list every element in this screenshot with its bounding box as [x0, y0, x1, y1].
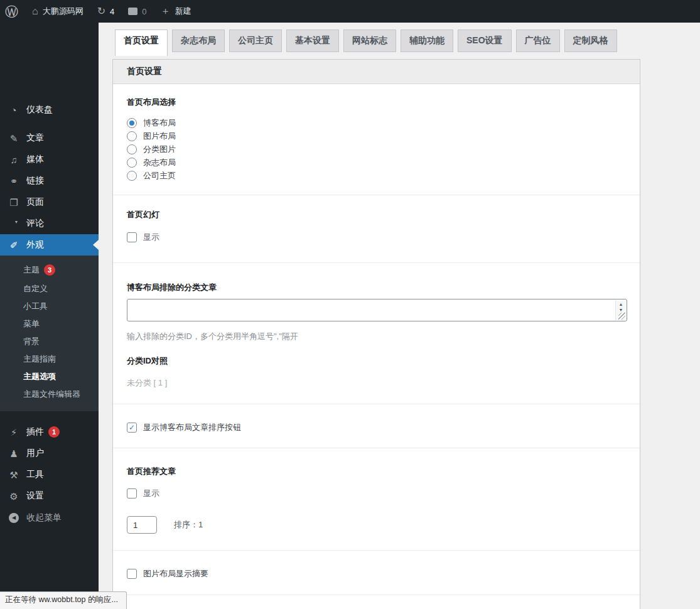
submenu-item-label: 背景 [23, 337, 40, 346]
submenu-item-themes[interactable]: 主题3 [0, 260, 99, 280]
sidebar-item-label: 评论 [26, 218, 44, 229]
checkbox-row-slider-show[interactable]: 显示 [127, 230, 626, 244]
spinner-down-icon[interactable]: ▼ [619, 308, 623, 312]
sidebar-item-plugins[interactable]: ⚡ 插件1 [0, 421, 99, 443]
checkbox-checked[interactable]: ✓ [127, 423, 137, 433]
section-image-summary: 图片布局显示摘要 [113, 551, 640, 595]
tab-auxiliary-functions[interactable]: 辅助功能 [401, 30, 453, 52]
sidebar-item-media[interactable]: ♫ 媒体 [0, 149, 99, 170]
radio[interactable] [127, 171, 137, 181]
pages-icon: ❐ [8, 198, 20, 207]
site-name: 大鹏源码网 [43, 6, 83, 17]
admin-bar: Ⓦ ⌂ 大鹏源码网 ↻ 4 0 ＋ 新建 [0, 0, 700, 23]
sidebar-item-appearance[interactable]: ✐ 外观 [0, 234, 99, 256]
visit-site-link[interactable]: ⌂ 大鹏源码网 [25, 0, 90, 23]
tab-custom-style[interactable]: 定制风格 [564, 30, 617, 52]
themes-update-badge: 3 [44, 264, 55, 276]
sidebar-item-label: 媒体 [26, 154, 44, 165]
sidebar-item-label: 外观 [26, 239, 44, 251]
submenu-item-theme-editor[interactable]: 主题文件编辑器 [0, 385, 99, 403]
admin-sidebar: ◔ 仪表盘 ✎ 文章 ♫ 媒体 ⚭ 链接 ❐ 页面 评论 ✐ 外观 主题3 自定… [0, 23, 99, 609]
collapse-arrow-icon: ◀ [8, 513, 20, 523]
status-text: 正在等待 ww.wobbt.top 的响应... [5, 595, 118, 604]
checkbox[interactable] [127, 569, 137, 579]
sidebar-item-pages[interactable]: ❐ 页面 [0, 191, 99, 213]
chain-link-icon: ⚭ [8, 176, 20, 186]
category-id-map-label: 分类ID对照 [127, 355, 626, 367]
radio-label: 图片布局 [143, 131, 176, 142]
tab-site-logo[interactable]: 网站标志 [343, 30, 396, 52]
radio-label: 博客布局 [143, 117, 176, 129]
section-excluded-categories: 博客布局排除的分类文章 ▲ ▼ 输入排除的分类ID，多个分类用半角逗号","隔开… [113, 263, 640, 404]
appearance-submenu: 主题3 自定义 小工具 菜单 背景 主题指南 主题选项 主题文件编辑器 [0, 256, 99, 411]
sidebar-item-dashboard[interactable]: ◔ 仪表盘 [0, 99, 99, 121]
dashboard-gauge-icon: ◔ [8, 105, 20, 115]
submenu-item-theme-options[interactable]: 主题选项 [0, 368, 99, 385]
section-label: 首页布局选择 [127, 97, 626, 108]
sidebar-item-links[interactable]: ⚭ 链接 [0, 170, 99, 191]
sidebar-item-label: 工具 [26, 469, 44, 480]
tab-basic-settings[interactable]: 基本设置 [286, 30, 339, 52]
submenu-item-label: 主题指南 [23, 354, 56, 364]
sidebar-item-label: 设置 [26, 490, 44, 502]
sidebar-item-settings[interactable]: ⚙ 设置 [0, 485, 99, 507]
wordpress-logo-icon: Ⓦ [5, 5, 18, 18]
home-settings-panel: 首页设置 首页布局选择 博客布局 图片布局 分类图片 杂志布局 公司主页 [112, 59, 640, 609]
sidebar-item-label: 链接 [26, 175, 44, 186]
submenu-item-background[interactable]: 背景 [0, 333, 99, 350]
wordpress-menu[interactable]: Ⓦ [0, 0, 25, 23]
media-icon: ♫ [8, 155, 20, 164]
spinner-up-icon[interactable]: ▲ [619, 302, 623, 306]
sidebar-item-users[interactable]: ♟ 用户 [0, 443, 99, 464]
sidebar-item-comments[interactable]: 评论 [0, 213, 99, 234]
submenu-item-menus[interactable]: 菜单 [0, 315, 99, 333]
comments-link[interactable]: 0 [121, 0, 153, 23]
radio-row-image-layout[interactable]: 图片布局 [127, 129, 626, 143]
wrench-icon: ⚒ [8, 470, 20, 480]
submenu-item-theme-guide[interactable]: 主题指南 [0, 350, 99, 368]
radio[interactable] [127, 144, 137, 154]
checkbox-label: 图片布局显示摘要 [143, 568, 208, 579]
submenu-item-label: 主题选项 [23, 372, 56, 381]
radio-label: 分类图片 [143, 144, 176, 155]
radio[interactable] [127, 131, 137, 141]
updates-icon: ↻ [97, 6, 105, 16]
sidebar-item-tools[interactable]: ⚒ 工具 [0, 464, 99, 485]
section-featured-posts: 首页推荐文章 显示 排序：1 [113, 448, 640, 551]
radio-row-company-home[interactable]: 公司主页 [127, 169, 626, 182]
sidebar-item-label: 收起菜单 [26, 512, 62, 524]
checkbox-row-image-summary[interactable]: 图片布局显示摘要 [127, 567, 626, 580]
radio-row-blog-layout[interactable]: 博客布局 [127, 116, 626, 129]
tab-seo-settings[interactable]: SEO设置 [458, 30, 512, 52]
tab-magazine-layout[interactable]: 杂志布局 [172, 30, 225, 52]
radio[interactable] [127, 158, 137, 168]
submenu-item-label: 自定义 [23, 284, 48, 293]
updates-link[interactable]: ↻ 4 [90, 0, 122, 23]
featured-order-input[interactable] [127, 516, 157, 534]
tab-home-settings[interactable]: 首页设置 [115, 30, 168, 56]
section-home-slider: 首页幻灯 显示 [113, 195, 640, 263]
pushpin-icon: ✎ [8, 134, 20, 143]
submenu-item-customize[interactable]: 自定义 [0, 280, 99, 298]
exclude-categories-input[interactable]: ▲ ▼ [127, 299, 627, 321]
radio-selected[interactable] [127, 118, 137, 128]
tab-ad-slots[interactable]: 广告位 [516, 30, 560, 52]
user-icon: ♟ [8, 449, 20, 458]
new-content-menu[interactable]: ＋ 新建 [154, 0, 198, 23]
submenu-item-widgets[interactable]: 小工具 [0, 298, 99, 315]
featured-order-label: 排序：1 [174, 519, 203, 531]
checkbox[interactable] [127, 232, 137, 242]
sidebar-item-collapse-menu[interactable]: ◀ 收起菜单 [0, 507, 99, 529]
resize-grip-handle[interactable] [618, 313, 625, 320]
checkbox-label: 显示 [143, 232, 159, 243]
radio-row-category-image[interactable]: 分类图片 [127, 143, 626, 156]
panel-title: 首页设置 [113, 60, 640, 84]
section-label: 博客布局排除的分类文章 [127, 282, 626, 293]
paintbrush-icon: ✐ [8, 240, 20, 250]
checkbox-row-featured-show[interactable]: 显示 [127, 487, 626, 500]
checkbox[interactable] [127, 488, 137, 499]
tab-company-home[interactable]: 公司主页 [229, 30, 282, 52]
sidebar-item-posts[interactable]: ✎ 文章 [0, 127, 99, 149]
radio-row-magazine-layout[interactable]: 杂志布局 [127, 156, 626, 169]
checkbox-row-sort-button[interactable]: ✓ 显示博客布局文章排序按钮 [127, 421, 626, 434]
